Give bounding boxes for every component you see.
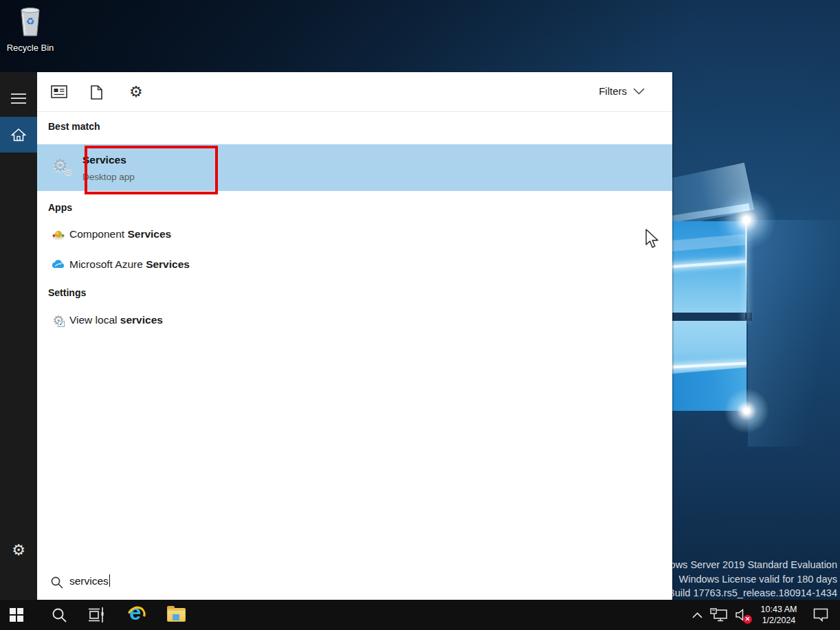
result-label: Microsoft Azure Services bbox=[69, 258, 190, 271]
component-services-icon bbox=[51, 227, 66, 243]
search-panel-sidebar: ⚙ bbox=[0, 72, 37, 600]
desktop: Windows Server 2019 Standard Evaluation … bbox=[0, 0, 840, 630]
search-icon bbox=[52, 607, 67, 623]
menu-button[interactable] bbox=[0, 82, 37, 115]
document-filter-icon bbox=[91, 85, 102, 100]
gear-icon: ⚙ bbox=[64, 166, 73, 178]
filter-bar: ⚙ Filters bbox=[37, 72, 672, 112]
taskbar: e bbox=[0, 600, 840, 630]
check-icon: ✓ bbox=[58, 321, 65, 327]
annotation-red-box bbox=[85, 146, 218, 194]
tray-time: 10:43 AM bbox=[761, 604, 797, 615]
settings-filter-button[interactable]: ⚙ bbox=[129, 85, 143, 99]
chevron-down-icon bbox=[633, 88, 645, 95]
internet-explorer-button[interactable]: e bbox=[121, 600, 153, 630]
network-status-button[interactable] bbox=[708, 600, 730, 630]
apps-filter-button[interactable] bbox=[51, 85, 67, 102]
search-icon bbox=[50, 576, 64, 589]
filters-dropdown[interactable]: Filters bbox=[599, 85, 645, 97]
file-explorer-button[interactable] bbox=[160, 600, 192, 630]
best-match-header: Best match bbox=[48, 121, 100, 132]
wallpaper-light-burst bbox=[716, 189, 777, 251]
clock[interactable]: 10:43 AM 1/2/2024 bbox=[753, 600, 804, 630]
recycle-bin-icon: ♻ bbox=[16, 5, 44, 38]
result-label: Component Services bbox=[69, 228, 171, 240]
apps-filter-icon bbox=[51, 85, 67, 99]
task-view-icon bbox=[88, 607, 104, 622]
recycle-glyph: ♻ bbox=[26, 16, 35, 27]
filters-label: Filters bbox=[599, 85, 627, 97]
home-icon bbox=[11, 128, 26, 142]
taskbar-search-button[interactable] bbox=[43, 600, 75, 630]
result-view-local-services[interactable]: ⚙ ✓ View local services bbox=[37, 308, 672, 335]
search-results-area: ⚙ Filters Best match ⚙ ⚙ Services Deskto… bbox=[37, 72, 672, 600]
settings-section-header: Settings bbox=[48, 287, 86, 298]
internet-explorer-icon: e bbox=[126, 605, 147, 625]
volume-button[interactable]: ✕ bbox=[731, 600, 753, 630]
watermark-line: Build 17763.rs5_release.180914-1434 bbox=[648, 586, 837, 600]
gear-icon: ⚙ bbox=[129, 83, 143, 100]
home-button[interactable] bbox=[0, 117, 37, 153]
system-watermark: Windows Server 2019 Standard Evaluation … bbox=[648, 558, 837, 600]
text-caret bbox=[109, 574, 110, 587]
chevron-up-icon bbox=[692, 612, 703, 618]
recycle-bin-shortcut[interactable]: ♻ Recycle Bin bbox=[5, 5, 55, 53]
azure-services-icon bbox=[51, 258, 66, 273]
action-center-button[interactable] bbox=[807, 600, 835, 630]
result-component-services[interactable]: Component Services bbox=[37, 222, 672, 249]
search-query-text: services bbox=[69, 574, 110, 587]
hamburger-icon bbox=[11, 93, 26, 104]
folder-icon bbox=[167, 608, 186, 622]
wallpaper-window-crossbar bbox=[660, 313, 752, 321]
documents-filter-button[interactable] bbox=[91, 85, 102, 102]
ethernet-icon bbox=[710, 608, 728, 622]
tray-date: 1/2/2024 bbox=[762, 615, 796, 626]
result-label: View local services bbox=[69, 314, 163, 326]
windows-logo-icon bbox=[10, 608, 23, 622]
settings-button[interactable]: ⚙ bbox=[0, 534, 37, 567]
task-view-button[interactable] bbox=[80, 600, 112, 630]
start-search-panel: ⚙ bbox=[0, 72, 672, 600]
watermark-line: Windows License valid for 180 days bbox=[648, 572, 837, 587]
gear-icon: ⚙ bbox=[12, 543, 25, 558]
action-center-icon bbox=[813, 608, 828, 622]
search-input[interactable]: services bbox=[37, 565, 672, 600]
recycle-bin-label: Recycle Bin bbox=[5, 43, 55, 53]
mouse-cursor bbox=[645, 229, 660, 249]
tray-expand-button[interactable] bbox=[687, 600, 707, 630]
apps-section-header: Apps bbox=[48, 202, 72, 213]
watermark-line: Windows Server 2019 Standard Evaluation bbox=[648, 558, 837, 572]
volume-muted-badge: ✕ bbox=[743, 615, 752, 624]
result-microsoft-azure-services[interactable]: Microsoft Azure Services bbox=[37, 252, 672, 280]
start-button[interactable] bbox=[1, 600, 32, 630]
services-app-icon: ⚙ ⚙ bbox=[52, 155, 77, 180]
wallpaper-light-burst bbox=[722, 387, 771, 435]
local-services-gear-icon: ⚙ ✓ bbox=[51, 313, 66, 328]
